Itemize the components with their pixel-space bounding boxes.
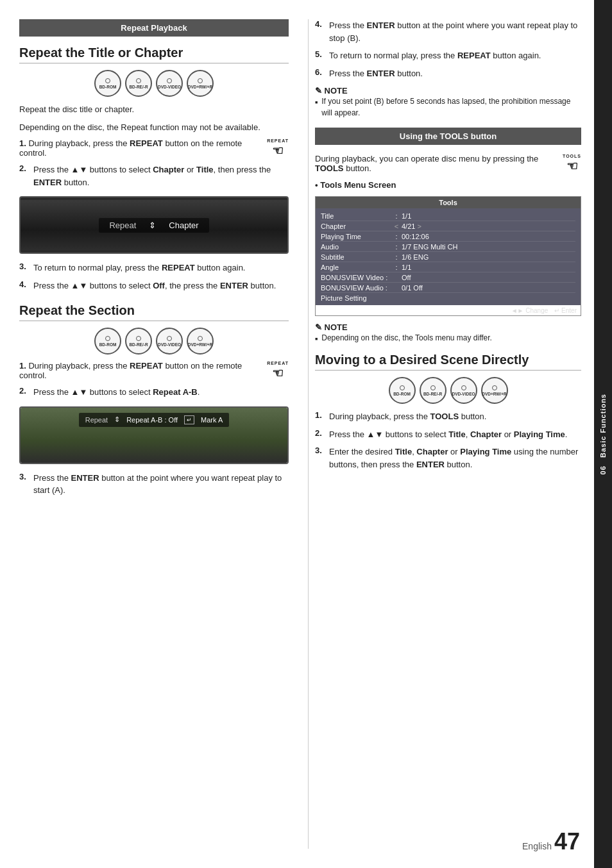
screen-inner-2: Repeat ⇕ Repeat A-B : Off ↵ Mark A bbox=[21, 408, 287, 463]
disc-bd-re: BD-RE/-R bbox=[125, 70, 152, 97]
disc-dot bbox=[105, 78, 110, 83]
disc-dot bbox=[136, 336, 141, 341]
right-step-5: 5. To return to normal play, press the R… bbox=[315, 49, 581, 62]
screen-ab-value: Repeat A-B : Off bbox=[126, 416, 178, 424]
section-section-heading: Repeat the Section bbox=[19, 303, 289, 321]
step-num: 1. bbox=[19, 138, 26, 148]
tools-section-header: Using the TOOLS button bbox=[315, 128, 581, 145]
right-step-4: 4. Press the ENTER button at the point w… bbox=[315, 19, 581, 44]
tools-row-playing-time: Playing Time : 00:12:06 bbox=[321, 231, 575, 242]
step-text: During playback, press the REPEAT button… bbox=[19, 138, 242, 158]
moving-step-3: 3. Enter the desired Title, Chapter or P… bbox=[315, 446, 581, 471]
disc-dot bbox=[198, 78, 203, 83]
disc-dot bbox=[136, 78, 141, 83]
bullet-icon bbox=[315, 96, 318, 119]
moving-step-1: 1. During playback, press the TOOLS butt… bbox=[315, 410, 581, 423]
sidebar-tab: 06 Basic Functions bbox=[594, 0, 612, 868]
moving-section-heading: Moving to a Desired Scene Directly bbox=[315, 353, 581, 371]
section-step-3: 3. Press the ENTER button at the point w… bbox=[19, 472, 289, 497]
disc-dvd-video-3: DVD-VIDEO bbox=[450, 377, 477, 404]
step-text: During playback, press the REPEAT button… bbox=[19, 361, 242, 380]
disc-dvd-video-2: DVD-VIDEO bbox=[156, 328, 183, 355]
title-step-3: 3. To return to normal play, press the R… bbox=[19, 262, 289, 274]
tools-menu-screen-label: • Tools Menu Screen bbox=[315, 180, 581, 190]
screen-enter-icon: ↵ bbox=[184, 415, 194, 424]
repeat-chapter-screen: Repeat ⇕ Chapter bbox=[19, 196, 289, 254]
page-container: Repeat Playback Repeat the Title or Chap… bbox=[0, 0, 612, 868]
section-step-1: 1. During playback, press the REPEAT but… bbox=[19, 361, 289, 381]
note-title-1: ✎ NOTE bbox=[315, 86, 581, 96]
page-number: 47 bbox=[554, 828, 580, 855]
tools-row-picture: Picture Setting bbox=[321, 293, 575, 303]
title-intro-2: Depending on the disc, the Repeat functi… bbox=[19, 121, 289, 134]
screen-overlay: Repeat ⇕ Chapter bbox=[99, 218, 208, 233]
tools-row-audio: Audio : 1/7 ENG Multi CH bbox=[321, 242, 575, 252]
disc-dot bbox=[492, 385, 497, 390]
screen-repeat-label-2: Repeat bbox=[85, 416, 108, 424]
tools-row-bonusview-audio: BONUSVIEW Audio : 0/1 Off bbox=[321, 283, 575, 293]
tools-intro: During playback, you can operate disc me… bbox=[315, 154, 581, 174]
disc-bd-rom: BD-ROM bbox=[94, 70, 121, 97]
disc-dvd-rw: DVD+RW/+R bbox=[187, 70, 214, 97]
screen-overlay-2: Repeat ⇕ Repeat A-B : Off ↵ Mark A bbox=[79, 413, 230, 427]
repeat-ab-screen: Repeat ⇕ Repeat A-B : Off ↵ Mark A bbox=[19, 406, 289, 464]
main-content: Repeat Playback Repeat the Title or Chap… bbox=[0, 0, 594, 868]
step-num: 1. bbox=[19, 361, 26, 371]
screen-ab-arrow: ⇕ bbox=[114, 415, 120, 424]
disc-dot bbox=[461, 385, 466, 390]
section-disc-icons: BD-ROM BD-RE/-R DVD-VIDEO DVD+RW/+R bbox=[19, 328, 289, 355]
disc-dvd-rw-2: DVD+RW/+R bbox=[187, 328, 214, 355]
repeat-icon: REPEAT ☜ bbox=[267, 138, 289, 158]
section-step-2: 2. Press the ▲▼ buttons to select Repeat… bbox=[19, 386, 289, 399]
screen-arrow: ⇕ bbox=[149, 221, 156, 230]
title-disc-icons: BD-ROM BD-RE/-R DVD-VIDEO DVD+RW/+R bbox=[19, 70, 289, 97]
title-step-2: 2. Press the ▲▼ buttons to select Chapte… bbox=[19, 163, 289, 188]
disc-dot bbox=[198, 336, 203, 341]
tools-table: Tools Title : 1/1 Chapter < 4/21 > Playi… bbox=[315, 196, 581, 316]
screen-chapter-value: Chapter bbox=[169, 221, 198, 230]
bullet-icon-2 bbox=[315, 332, 318, 344]
note-title-2: ✎ NOTE bbox=[315, 322, 492, 332]
disc-bd-rom-3: BD-ROM bbox=[389, 377, 416, 404]
left-column: Repeat Playback Repeat the Title or Chap… bbox=[19, 19, 295, 849]
moving-disc-icons: BD-ROM BD-RE/-R DVD-VIDEO DVD+RW/+R bbox=[315, 377, 581, 404]
tools-table-body: Title : 1/1 Chapter < 4/21 > Playing Tim… bbox=[316, 208, 581, 305]
screen-repeat-label: Repeat bbox=[109, 221, 136, 230]
tools-row-bonusview-video: BONUSVIEW Video : Off bbox=[321, 272, 575, 283]
disc-dot bbox=[105, 336, 110, 341]
tools-enter-label: ↵ Enter bbox=[554, 307, 577, 314]
disc-bd-re-3: BD-RE/-R bbox=[420, 377, 446, 404]
title-section-heading: Repeat the Title or Chapter bbox=[19, 46, 289, 63]
tools-change-label: ◄► Change bbox=[511, 307, 548, 314]
tools-row-angle: Angle : 1/1 bbox=[321, 262, 575, 272]
page-number-block: English 47 bbox=[522, 828, 580, 855]
screen-inner: Repeat ⇕ Chapter bbox=[21, 200, 287, 250]
right-column: 4. Press the ENTER button at the point w… bbox=[308, 19, 581, 849]
disc-dvd-video: DVD-VIDEO bbox=[156, 70, 183, 97]
tools-row-subtitle: Subtitle : 1/6 ENG bbox=[321, 252, 575, 262]
disc-dot bbox=[400, 385, 405, 390]
moving-step-2: 2. Press the ▲▼ buttons to select Title,… bbox=[315, 428, 581, 441]
disc-bd-re-2: BD-RE/-R bbox=[125, 328, 152, 355]
tools-row-chapter: Chapter < 4/21 > bbox=[321, 221, 575, 231]
section-header-title: Repeat Playback bbox=[121, 23, 187, 33]
note-block-1: ✎ NOTE If you set point (B) before 5 sec… bbox=[315, 86, 581, 119]
tools-row-title: Title : 1/1 bbox=[321, 211, 575, 221]
section-header-box: Repeat Playback bbox=[19, 19, 289, 37]
tools-table-header: Tools bbox=[316, 197, 581, 208]
tools-table-footer: ◄► Change ↵ Enter bbox=[316, 305, 581, 315]
sidebar-tab-text: 06 Basic Functions bbox=[599, 394, 607, 474]
repeat-icon-2: REPEAT ☜ bbox=[267, 361, 289, 381]
right-step-6: 6. Press the ENTER button. bbox=[315, 67, 581, 80]
disc-dot bbox=[430, 385, 436, 390]
note-block-2: ✎ NOTE Depending on the disc, the Tools … bbox=[315, 322, 581, 344]
title-step-1: 1. During playback, press the REPEAT but… bbox=[19, 138, 289, 158]
page-word: English bbox=[522, 841, 552, 851]
screen-mark-a: Mark A bbox=[201, 416, 223, 424]
tools-remote-icon: TOOLS ☜ bbox=[563, 154, 581, 174]
title-step-4: 4. Press the ▲▼ buttons to select Off, t… bbox=[19, 280, 289, 292]
disc-bd-rom-2: BD-ROM bbox=[94, 328, 121, 355]
disc-dot bbox=[167, 78, 172, 83]
title-intro-1: Repeat the disc title or chapter. bbox=[19, 103, 289, 116]
disc-dot bbox=[167, 336, 172, 341]
